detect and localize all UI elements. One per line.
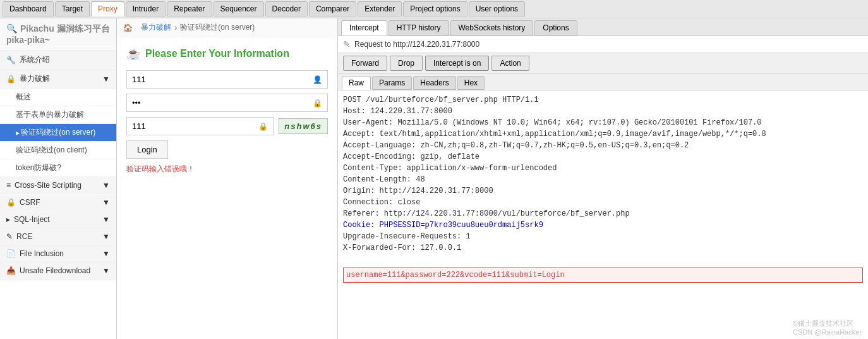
- request-line-3: Accept: text/html,application/xhtml+xml,…: [343, 128, 863, 140]
- chevron-down-icon: ▼: [102, 75, 110, 83]
- chevron-down-icon-7: ▼: [102, 266, 110, 275]
- action-button[interactable]: Action: [491, 56, 529, 71]
- tab-intruder[interactable]: Intruder: [126, 1, 166, 16]
- download-icon: 📥: [6, 266, 16, 275]
- sidebar-item-captcha-server[interactable]: 验证码绕过(on server): [0, 124, 116, 142]
- chevron-down-icon-5: ▼: [102, 232, 110, 241]
- proxy-tab-websockets[interactable]: WebSockets history: [450, 20, 534, 35]
- lock-field-icon: 🔒: [308, 95, 327, 111]
- request-line-10: Referer: http://124.220.31.77:8000/vul/b…: [343, 208, 863, 219]
- breadcrumb-current: 验证码绕过(on server): [180, 22, 255, 33]
- request-line-9: Connection: close: [343, 197, 863, 208]
- login-button[interactable]: Login: [126, 140, 168, 159]
- chevron-down-icon-6: ▼: [102, 249, 110, 258]
- proxy-tab-options[interactable]: Options: [534, 20, 577, 35]
- tab-repeater[interactable]: Repeater: [167, 1, 212, 16]
- sidebar-section-intro[interactable]: 🔧 系统介绍: [0, 51, 116, 70]
- proxy-sub-tabs: Intercept HTTP history WebSockets histor…: [338, 18, 868, 36]
- request-line-1: Host: 124.220.31.77:8000: [343, 106, 863, 117]
- tab-user-options[interactable]: User options: [469, 1, 525, 16]
- edit-icon: ✎: [343, 39, 351, 49]
- breadcrumb: 🏠 暴力破解 › 验证码绕过(on server): [117, 18, 337, 37]
- coffee-icon: ☕: [126, 47, 140, 61]
- sidebar-item-form-bruteforce[interactable]: 基于表单的暴力破解: [0, 106, 116, 124]
- sidebar: 🔍Pikachu 漏洞练习平台 pika-pika~ 🔧 系统介绍 🔒 暴力破解…: [0, 18, 117, 339]
- username-input[interactable]: [127, 71, 308, 88]
- captcha-row: 🔒 nshw6s: [126, 117, 328, 135]
- request-line-13: X-Forwarded-For: 127.0.0.1: [343, 242, 863, 254]
- intercept-on-button[interactable]: Intercept is on: [425, 56, 489, 71]
- sidebar-section-csrf[interactable]: 🔒 CSRF ▼: [0, 194, 116, 211]
- chevron-down-icon-2: ▼: [102, 181, 110, 190]
- request-url-text: Request to http://124.220.31.77:8000: [354, 40, 479, 49]
- tab-dashboard[interactable]: Dashboard: [3, 1, 54, 16]
- breadcrumb-link-bruteforce[interactable]: 暴力破解: [141, 22, 171, 33]
- password-field-wrapper: 🔒: [126, 94, 328, 112]
- tab-raw[interactable]: Raw: [342, 76, 371, 90]
- sidebar-logo: 🔍Pikachu 漏洞练习平台 pika-pika~: [0, 18, 116, 51]
- csrf-icon: 🔒: [6, 198, 16, 207]
- password-input[interactable]: [127, 94, 308, 111]
- tab-decoder[interactable]: Decoder: [265, 1, 308, 16]
- tab-comparer[interactable]: Comparer: [309, 1, 356, 16]
- sidebar-section-fileinclusion[interactable]: 📄 File Inclusion ▼: [0, 245, 116, 262]
- watermark: ©稀土掘金技术社区CSDN @RainaHacker: [793, 319, 862, 336]
- tab-proxy[interactable]: Proxy: [91, 1, 124, 16]
- sidebar-section-filedownload[interactable]: 📥 Unsafe Filedownload ▼: [0, 262, 116, 280]
- intercept-toolbar: Forward Drop Intercept is on Action: [338, 53, 868, 74]
- form-title: ☕ Please Enter Your Information: [126, 47, 328, 61]
- error-message: 验证码输入错误哦！: [126, 164, 328, 175]
- home-icon: 🏠: [123, 23, 133, 32]
- file-icon: 📄: [6, 249, 16, 258]
- captcha-lock-icon: 🔒: [253, 118, 273, 135]
- sidebar-item-token[interactable]: token防爆破?: [0, 159, 116, 177]
- forward-button[interactable]: Forward: [343, 56, 387, 71]
- captcha-input[interactable]: [127, 118, 253, 135]
- tab-target[interactable]: Target: [55, 1, 90, 16]
- user-icon: 👤: [308, 71, 327, 88]
- burp-proxy-panel: Intercept HTTP history WebSockets histor…: [338, 18, 868, 339]
- proxy-tab-http-history[interactable]: HTTP history: [389, 20, 449, 35]
- lock-icon: 🔒: [6, 75, 16, 83]
- username-field-wrapper: 👤: [126, 70, 328, 89]
- tab-headers[interactable]: Headers: [413, 76, 455, 90]
- request-line-7: Content-Length: 48: [343, 174, 863, 185]
- request-line-5: Accept-Encoding: gzip, deflate: [343, 151, 863, 163]
- request-line-2: User-Agent: Mozilla/5.0 (Windows NT 10.0…: [343, 117, 863, 128]
- xss-icon: ≡: [6, 181, 11, 190]
- request-line-12: Upgrade-Insecure-Requests: 1: [343, 231, 863, 242]
- top-navigation: Dashboard Target Proxy Intruder Repeater…: [0, 0, 868, 18]
- sidebar-section-bruteforce[interactable]: 🔒 暴力破解 ▼: [0, 70, 116, 89]
- request-url-bar: ✎ Request to http://124.220.31.77:8000: [338, 36, 868, 53]
- content-tabs: Raw Params Headers Hex: [338, 74, 868, 90]
- tab-extender[interactable]: Extender: [358, 1, 402, 16]
- intercept-area: ✎ Request to http://124.220.31.77:8000 F…: [338, 36, 868, 339]
- request-content[interactable]: POST /vul/burteforce/bf_server.php HTTP/…: [338, 90, 868, 339]
- tab-params[interactable]: Params: [372, 76, 412, 90]
- request-line-8: Origin: http://124.220.31.77:8000: [343, 185, 863, 197]
- tab-hex[interactable]: Hex: [457, 76, 485, 90]
- sql-icon: ▸: [6, 215, 10, 224]
- logo-icon: 🔍: [6, 23, 17, 34]
- captcha-image[interactable]: nshw6s: [279, 118, 328, 134]
- drop-button[interactable]: Drop: [390, 56, 423, 71]
- proxy-tab-intercept[interactable]: Intercept: [341, 20, 387, 35]
- request-line-0: POST /vul/burteforce/bf_server.php HTTP/…: [343, 94, 863, 106]
- request-line-4: Accept-Language: zh-CN,zh;q=0.8,zh-TW;q=…: [343, 140, 863, 151]
- chevron-down-icon-4: ▼: [102, 215, 110, 224]
- chevron-down-icon-3: ▼: [102, 198, 110, 207]
- sidebar-item-overview[interactable]: 概述: [0, 89, 116, 106]
- rce-icon: ✎: [6, 232, 13, 241]
- tab-project-options[interactable]: Project options: [403, 1, 467, 16]
- sidebar-section-sql[interactable]: ▸ SQL-Inject ▼: [0, 211, 116, 228]
- wrench-icon: 🔧: [6, 56, 16, 65]
- tab-sequencer[interactable]: Sequencer: [214, 1, 264, 16]
- sidebar-item-captcha-client[interactable]: 验证码绕过(on client): [0, 142, 116, 159]
- login-form-container: ☕ Please Enter Your Information 👤 🔒 🔒 ns…: [117, 37, 337, 339]
- sidebar-section-rce[interactable]: ✎ RCE ▼: [0, 228, 116, 245]
- captcha-input-wrapper: 🔒: [126, 117, 274, 135]
- sidebar-section-xss[interactable]: ≡ Cross-Site Scripting ▼: [0, 177, 116, 194]
- request-line-6: Content-Type: application/x-www-form-url…: [343, 163, 863, 174]
- post-data-line: username=111&password=222&vcode=111&subm…: [343, 268, 863, 283]
- web-form-panel: 🏠 暴力破解 › 验证码绕过(on server) ☕ Please Enter…: [117, 18, 338, 339]
